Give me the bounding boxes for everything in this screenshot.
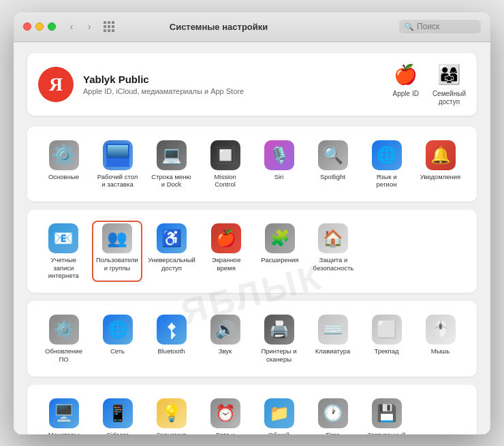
mission-control-pref[interactable]: 🔲 MissionControl <box>200 138 251 191</box>
section1-grid: ⚙️ Основные Рабочий столи заставка 💻 Стр… <box>38 138 466 191</box>
siri-pref[interactable]: 🎙️ Siri <box>253 138 304 191</box>
section4-grid: 🖥️ Мониторы 📱 Sidecar 💡 Экономияэнергии … <box>38 396 466 434</box>
search-icon: 🔍 <box>405 22 414 31</box>
profile-name: Yablyk Public <box>83 74 393 85</box>
family-access-button[interactable]: 👨‍👩‍👧 Семейныйдоступ <box>432 63 466 106</box>
apple-id-label: Apple ID <box>393 90 419 98</box>
desktop-pref[interactable]: Рабочий столи заставка <box>92 138 143 191</box>
search-input[interactable] <box>417 22 478 31</box>
menubar-pref[interactable]: 💻 Строка менюи Dock <box>146 138 197 191</box>
keyboard-pref[interactable]: ⌨️ Клавиатура <box>307 312 358 366</box>
titlebar: ‹ › Системные настройки 🔍 <box>14 12 490 42</box>
profile-info: Yablyk Public Apple ID, iCloud, медиамат… <box>83 74 393 95</box>
section-hardware: ⚙️ ОбновлениеПО 🌐 Сеть Bluetooth <box>27 301 477 377</box>
close-button[interactable] <box>23 22 31 31</box>
sharing-pref[interactable]: 📁 Общийдоступ <box>253 396 304 434</box>
sidecar-pref[interactable]: 📱 Sidecar <box>92 396 143 434</box>
sound-pref[interactable]: 🔊 Звук <box>200 312 251 366</box>
search-box[interactable]: 🔍 <box>399 20 481 33</box>
notifications-pref[interactable]: 🔔 Уведомления <box>415 138 466 191</box>
profile-section: Я Yablyk Public Apple ID, iCloud, медиам… <box>27 53 477 116</box>
timemachine-pref[interactable]: 🕐 TimeMachine <box>307 396 358 434</box>
screen-time-pref[interactable]: 🍎 Экранноевремя <box>201 221 252 282</box>
svg-rect-3 <box>108 145 128 157</box>
section-general: ⚙️ Основные Рабочий столи заставка 💻 Стр… <box>27 127 477 202</box>
window-title: Системные настройки <box>38 22 399 32</box>
software-update-pref[interactable]: ⚙️ ОбновлениеПО <box>38 312 89 366</box>
section-accounts: 📧 Учетные записиинтернета 👥 Пользователи… <box>27 210 477 293</box>
battery-pref[interactable]: 💡 Экономияэнергии <box>146 396 197 434</box>
trackpad-pref[interactable]: ⬜ Трекпад <box>361 312 412 366</box>
security-pref[interactable]: 🏠 Защита ибезопасность <box>308 221 359 282</box>
apple-id-button[interactable]: 🍎 Apple ID <box>393 63 419 98</box>
content-area: Я Yablyk Public Apple ID, iCloud, медиам… <box>14 42 490 434</box>
svg-rect-1 <box>106 159 129 167</box>
section3-grid: ⚙️ ОбновлениеПО 🌐 Сеть Bluetooth <box>38 312 466 366</box>
extensions-pref[interactable]: 🧩 Расширения <box>254 221 305 282</box>
bluetooth-label: Bluetooth <box>157 347 185 355</box>
datetime-pref[interactable]: ⏰ Дата ивремя <box>200 396 251 434</box>
network-pref[interactable]: 🌐 Сеть <box>92 312 143 366</box>
printers-pref[interactable]: 🖨️ Принтеры исканеры <box>253 312 304 366</box>
users-groups-pref[interactable]: 👥 Пользователии группы <box>92 221 143 282</box>
family-access-label: Семейныйдоступ <box>432 90 466 106</box>
system-preferences-window: ‹ › Системные настройки 🔍 Я Yablyk Publi… <box>14 12 490 434</box>
mouse-pref[interactable]: 🖱️ Мышь <box>415 312 466 366</box>
section-display: 🖥️ Мониторы 📱 Sidecar 💡 Экономияэнергии … <box>27 385 477 434</box>
profile-subtitle: Apple ID, iCloud, медиаматериалы и App S… <box>83 87 393 95</box>
section2-grid: 📧 Учетные записиинтернета 👥 Пользователи… <box>38 221 466 282</box>
profile-quick-icons: 🍎 Apple ID 👨‍👩‍👧 Семейныйдоступ <box>393 63 466 106</box>
avatar[interactable]: Я <box>38 67 74 102</box>
language-pref[interactable]: 🌐 Язык ирегион <box>361 138 412 191</box>
monitors-pref[interactable]: 🖥️ Мониторы <box>38 396 89 434</box>
bluetooth-pref[interactable]: Bluetooth <box>146 312 197 366</box>
spotlight-pref[interactable]: 🔍 Spotlight <box>307 138 358 191</box>
startup-disk-pref[interactable]: 💾 Загрузочныйдиск <box>361 396 412 434</box>
universal-access-pref[interactable]: ♿ Универсальныйдоступ <box>145 221 198 282</box>
accounts-pref[interactable]: 📧 Учетные записиинтернета <box>38 221 89 282</box>
general-pref[interactable]: ⚙️ Основные <box>38 138 89 191</box>
